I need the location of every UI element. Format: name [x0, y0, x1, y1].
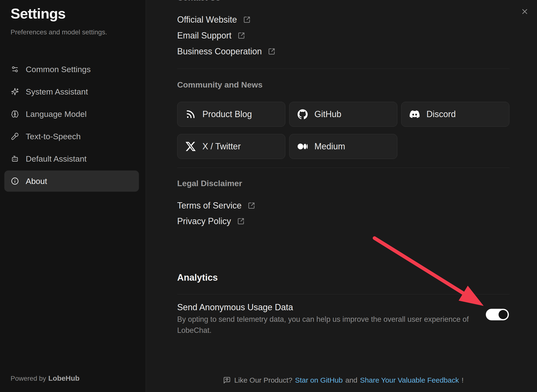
brain-icon [11, 110, 19, 118]
bot-icon [11, 155, 19, 163]
sparkles-icon [11, 88, 19, 95]
privacy-policy-link[interactable]: Privacy Policy [177, 215, 244, 227]
button-label: Product Blog [202, 109, 252, 119]
page-title: Settings [11, 5, 66, 22]
footer-text: Like Our Product? [234, 376, 292, 384]
github-button[interactable]: GitHub [289, 102, 397, 127]
external-link-icon [237, 218, 244, 225]
star-on-github-link[interactable]: Star on GitHub [295, 376, 343, 384]
button-label: GitHub [314, 109, 341, 119]
x-twitter-button[interactable]: X / Twitter [177, 134, 285, 159]
mic-icon [11, 133, 19, 140]
external-link-icon [238, 32, 245, 39]
business-cooperation-link[interactable]: Business Cooperation [177, 46, 275, 57]
discord-button[interactable]: Discord [401, 102, 509, 127]
sidebar-item-common-settings[interactable]: Common Settings [4, 59, 139, 80]
sidebar-item-label: Default Assistant [26, 154, 87, 164]
github-icon [298, 109, 308, 119]
section-divider [177, 294, 510, 294]
sidebar-item-label: Common Settings [26, 65, 91, 74]
button-label: X / Twitter [202, 141, 241, 152]
usage-data-toggle[interactable] [486, 309, 509, 320]
sliders-icon [11, 65, 19, 73]
lobehub-brand: LobeHub [48, 374, 80, 382]
section-divider [177, 168, 510, 168]
sidebar-item-label: Language Model [26, 109, 87, 119]
x-twitter-icon [186, 141, 196, 152]
sidebar-item-default-assistant[interactable]: Default Assistant [4, 148, 139, 169]
share-feedback-link[interactable]: Share Your Valuable Feedback [360, 376, 459, 384]
terms-of-service-link[interactable]: Terms of Service [177, 200, 255, 211]
footer-text: and [345, 376, 357, 384]
discord-icon [410, 109, 420, 119]
close-button[interactable] [518, 5, 531, 18]
link-label: Official Website [177, 15, 237, 25]
analytics-setting: Send Anonymous Usage Data By opting to s… [177, 301, 478, 336]
external-link-icon [268, 48, 275, 55]
sidebar-item-language-model[interactable]: Language Model [4, 103, 139, 125]
link-label: Business Cooperation [177, 46, 262, 57]
link-label: Privacy Policy [177, 216, 231, 226]
rss-icon [186, 109, 196, 119]
link-label: Terms of Service [177, 201, 242, 211]
sidebar-item-system-assistant[interactable]: System Assistant [4, 81, 139, 102]
section-heading-analytics: Analytics [177, 272, 218, 283]
button-label: Medium [314, 141, 345, 152]
setting-label: Send Anonymous Usage Data [177, 301, 478, 313]
section-heading-community: Community and News [177, 80, 262, 89]
info-icon [11, 177, 19, 185]
powered-by: Powered byLobeHub [11, 374, 80, 382]
sidebar-item-label: Text-to-Speech [26, 132, 81, 141]
page-subtitle: Preferences and model settings. [11, 28, 107, 36]
powered-by-text: Powered by [11, 375, 46, 382]
community-buttons: Product Blog GitHub Discord X / Twitter [177, 102, 510, 159]
section-heading-legal: Legal Disclaimer [177, 178, 242, 188]
footer-cta: Like Our Product? Star on GitHub and Sha… [177, 374, 510, 386]
footer-text: ! [462, 376, 463, 384]
email-support-link[interactable]: Email Support [177, 30, 245, 41]
setting-description: By opting to send telemetry data, you ca… [177, 314, 478, 336]
link-label: Email Support [177, 31, 231, 41]
sidebar-item-label: System Assistant [26, 87, 88, 96]
settings-page: Settings Preferences and model settings.… [0, 0, 537, 392]
external-link-icon [243, 16, 250, 23]
sidebar-item-about[interactable]: About [4, 171, 139, 192]
section-heading-contact: Contact Us [177, 0, 220, 2]
toggle-knob [499, 310, 508, 319]
about-panel: Contact Us Official Website Email Suppor… [146, 0, 537, 392]
sidebar: Settings Preferences and model settings.… [0, 0, 146, 392]
medium-button[interactable]: Medium [289, 134, 397, 159]
section-divider [177, 69, 510, 69]
sidebar-item-label: About [26, 177, 47, 186]
close-icon [521, 7, 529, 16]
product-blog-button[interactable]: Product Blog [177, 102, 285, 127]
settings-nav: Common Settings System Assistant Languag… [4, 59, 139, 193]
message-square-heart-icon [223, 376, 231, 384]
medium-icon [298, 141, 308, 152]
sidebar-item-text-to-speech[interactable]: Text-to-Speech [4, 126, 139, 147]
button-label: Discord [426, 109, 456, 119]
official-website-link[interactable]: Official Website [177, 14, 250, 25]
external-link-icon [248, 202, 255, 209]
